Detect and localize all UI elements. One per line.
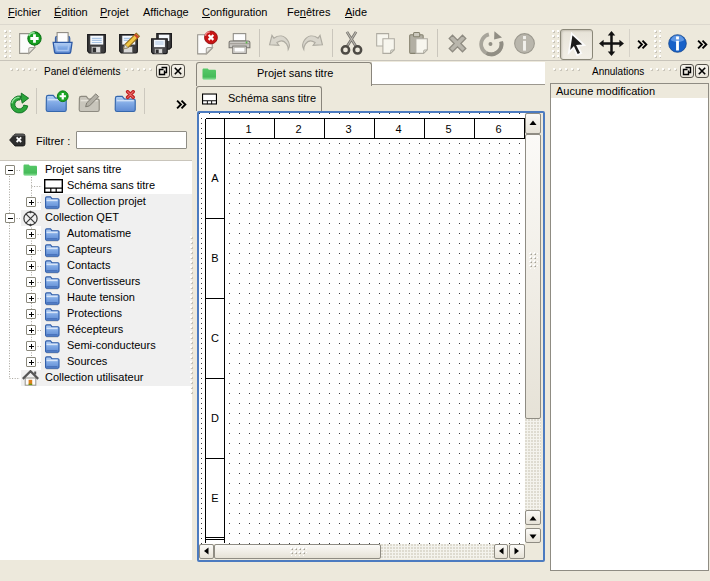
svg-text:2: 2	[295, 123, 301, 135]
svg-text:5: 5	[445, 123, 451, 135]
svg-text:C: C	[211, 332, 219, 344]
svg-text:D: D	[211, 412, 219, 424]
svg-text:E: E	[211, 492, 218, 504]
svg-text:B: B	[211, 252, 218, 264]
svg-text:1: 1	[245, 123, 251, 135]
svg-text:A: A	[211, 172, 219, 184]
svg-text:6: 6	[495, 123, 501, 135]
svg-text:4: 4	[395, 123, 401, 135]
svg-text:3: 3	[345, 123, 351, 135]
